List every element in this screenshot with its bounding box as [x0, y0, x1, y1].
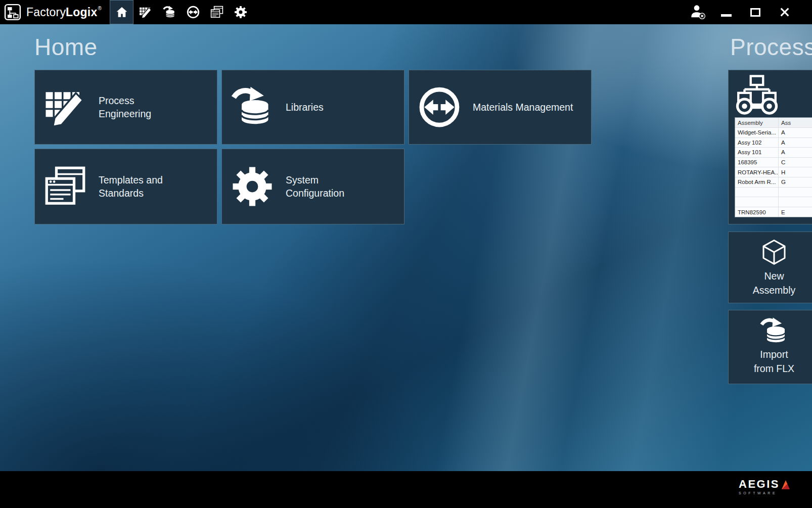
- assembly-cell: [735, 188, 779, 197]
- aegis-software-text: SOFTWARE: [739, 491, 790, 495]
- tile-templates-standards[interactable]: Templates andStandards: [34, 149, 217, 224]
- import-database-icon: [760, 317, 788, 345]
- maximize-icon: [750, 8, 760, 17]
- templates-icon: [44, 165, 86, 208]
- revision-cell: E: [779, 209, 812, 215]
- process-engineering-icon: [44, 86, 86, 128]
- assembly-cell: [735, 197, 779, 207]
- new-assembly-label: NewAssembly: [753, 269, 796, 297]
- window-controls: [690, 0, 812, 24]
- process-panel-title: Process: [730, 33, 812, 61]
- assembly-table-header: Assembly Ass: [735, 118, 812, 128]
- import-from-flx-label: Importfrom FLX: [754, 348, 794, 376]
- assembly-cell: Assy 101: [735, 148, 779, 157]
- revision-cell: A: [779, 149, 812, 155]
- nav-libraries-button[interactable]: [157, 0, 181, 24]
- templates-icon: [210, 6, 223, 19]
- app-window: FactoryLogix®: [0, 0, 812, 508]
- user-signed-out-icon: [690, 4, 706, 20]
- table-row[interactable]: Widget-Seria... A: [735, 128, 812, 138]
- assembly-cell: TRN82590: [735, 207, 779, 217]
- factorylogix-logo-icon: [4, 4, 21, 21]
- revision-cell: A: [779, 129, 812, 135]
- assembly-cell: Assy 102: [735, 138, 779, 148]
- import-from-flx-button[interactable]: Importfrom FLX: [728, 310, 812, 384]
- libraries-icon: [231, 86, 274, 128]
- revision-cell: G: [779, 179, 812, 185]
- new-assembly-button[interactable]: NewAssembly: [728, 232, 812, 303]
- minimize-button[interactable]: [716, 2, 736, 22]
- main-area: Home ProcessEngineering Libraries Materi…: [0, 24, 812, 471]
- process-engineering-icon: [139, 6, 152, 19]
- nav-home-button[interactable]: [110, 0, 133, 24]
- nav-process-engineering-button[interactable]: [133, 0, 157, 24]
- user-account-button[interactable]: [690, 4, 707, 21]
- tile-label: Templates andStandards: [99, 173, 163, 200]
- table-row[interactable]: 168395 C: [735, 158, 812, 168]
- settings-gear-icon: [234, 6, 247, 19]
- close-button[interactable]: [775, 2, 795, 22]
- assembly-viewer-icon: [736, 74, 778, 117]
- revision-cell: H: [779, 169, 812, 175]
- aegis-logo: AEGIS SOFTWARE: [739, 479, 790, 495]
- materials-management-icon: [187, 6, 200, 19]
- tile-system-configuration[interactable]: SystemConfiguration: [221, 149, 404, 224]
- nav-settings-button[interactable]: [229, 0, 252, 24]
- assembly-cell: Robot Arm R...: [735, 177, 779, 187]
- tile-process-engineering[interactable]: ProcessEngineering: [34, 70, 217, 145]
- assembly-table: Assembly Ass Widget-Seria... A Assy 102 …: [735, 117, 812, 217]
- materials-management-icon: [418, 86, 461, 128]
- tile-label: SystemConfiguration: [286, 173, 344, 200]
- settings-gear-icon: [231, 165, 274, 208]
- assembly-list-tile: Assembly Ass Widget-Seria... A Assy 102 …: [728, 70, 812, 224]
- table-row[interactable]: ROTARY-HEA... H: [735, 167, 812, 177]
- table-row[interactable]: TRN82590 E: [735, 207, 812, 217]
- tile-label: Materials Management: [473, 101, 573, 114]
- title-bar: FactoryLogix®: [0, 0, 812, 24]
- aegis-wordmark: AEGIS: [739, 479, 780, 490]
- new-assembly-cube-icon: [760, 239, 788, 267]
- table-row[interactable]: Robot Arm R... G: [735, 177, 812, 188]
- table-row[interactable]: [735, 197, 812, 207]
- tile-materials-management[interactable]: Materials Management: [409, 70, 592, 145]
- tile-label: Libraries: [286, 101, 324, 114]
- table-row[interactable]: Assy 102 A: [735, 138, 812, 148]
- revision-cell: A: [779, 140, 812, 146]
- libraries-icon: [163, 6, 176, 19]
- table-row[interactable]: Assy 101 A: [735, 148, 812, 158]
- app-title: FactoryLogix®: [26, 6, 102, 19]
- main-nav: [110, 0, 252, 24]
- brand: FactoryLogix®: [0, 4, 102, 21]
- footer-bar: AEGIS SOFTWARE: [0, 471, 812, 508]
- home-icon: [115, 6, 128, 19]
- tile-libraries[interactable]: Libraries: [221, 70, 404, 145]
- close-icon: [779, 7, 790, 18]
- revision-column-header: Ass: [779, 120, 812, 126]
- assembly-column-header: Assembly: [735, 118, 779, 127]
- minimize-icon: [721, 14, 732, 17]
- revision-cell: C: [779, 159, 812, 165]
- aegis-triangle-icon: [782, 480, 790, 489]
- page-title: Home: [34, 33, 98, 61]
- assembly-cell: ROTARY-HEA...: [735, 167, 779, 177]
- tile-label: ProcessEngineering: [99, 94, 151, 120]
- assembly-cell: 168395: [735, 158, 779, 167]
- maximize-button[interactable]: [745, 2, 765, 22]
- assembly-cell: Widget-Seria...: [735, 128, 779, 137]
- nav-templates-button[interactable]: [205, 0, 229, 24]
- nav-materials-management-button[interactable]: [181, 0, 205, 24]
- table-row[interactable]: [735, 188, 812, 198]
